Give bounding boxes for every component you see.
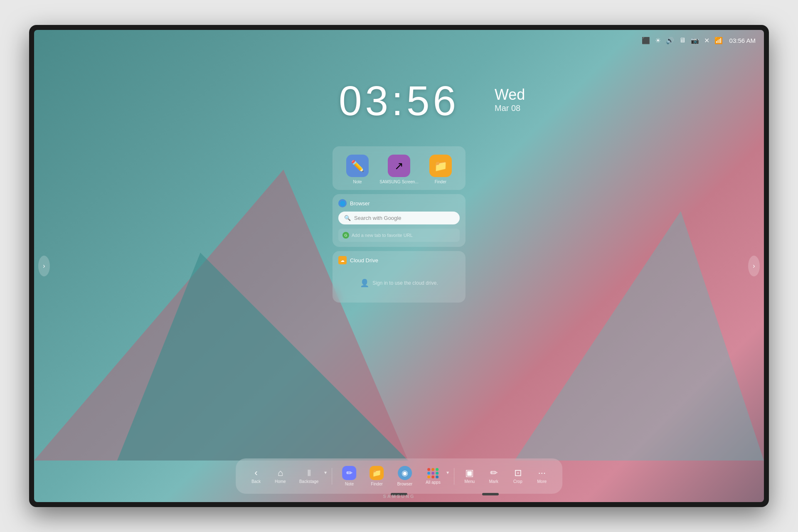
backstage-dropdown-icon[interactable]: ▾ [325,470,327,475]
tv-frame: ⬛ ☀ 🔊 🖥 📷 ✕ 📶 03:56 AM 03:56 Wed Mar 08 … [29,25,769,507]
cloud-header: ☁ Cloud Drive [338,256,460,264]
more-icon: ··· [538,468,546,478]
screen-icon[interactable]: ⬛ [642,37,650,44]
cloud-signin-text: Sign in to use the cloud drive. [372,280,438,286]
taskbar-mark[interactable]: ✏ Mark [483,465,504,487]
google-icon: G [342,232,349,239]
left-arrow[interactable]: › [38,256,50,276]
app-finder[interactable]: 📁 Finder [429,155,452,184]
browser-card: 🌐 Browser 🔍 Search with Google G Add a n… [332,194,466,247]
more-label: More [537,479,547,484]
home-icon: ⌂ [278,468,283,478]
cloud-title: Cloud Drive [350,257,378,264]
finder-label: Finder [435,180,446,184]
mark-label: Mark [489,479,498,484]
wifi-icon[interactable]: 📶 [714,37,723,44]
crop-label: Crop [513,479,522,484]
block-icon[interactable]: ✕ [704,37,709,44]
taskbar-allapps[interactable]: All apps [421,465,446,488]
taskbar-back[interactable]: ‹ Back [246,465,266,487]
menu-icon: ▣ [465,468,474,478]
cloud-signin-area[interactable]: 👤 Sign in to use the cloud drive. [338,268,460,298]
finder-icon-box: 📁 [429,155,452,177]
brightness-icon[interactable]: ☀ [655,37,661,44]
bg-shape2 [515,211,764,461]
cloud-app-icon: ☁ [338,256,347,264]
right-arrow[interactable]: › [748,256,760,276]
taskbar-browser[interactable]: ◉ Browser [392,463,418,490]
user-icon: 👤 [360,278,369,288]
taskbar-crop[interactable]: ⊡ Crop [507,465,528,487]
samsung-screen-icon-box: ↗ [388,155,410,177]
crop-icon: ⊡ [514,468,522,478]
cards-container: ✏️ Note ↗ SAMSUNG Screen... 📁 Finder 🌐 B… [332,146,466,303]
tv-screen: ⬛ ☀ 🔊 🖥 📷 ✕ 📶 03:56 AM 03:56 Wed Mar 08 … [34,30,764,502]
back-label: Back [251,479,261,484]
taskbar-home[interactable]: ⌂ Home [270,465,291,487]
search-placeholder: Search with Google [354,215,454,221]
allapps-dropdown-icon[interactable]: ▾ [446,470,449,475]
taskbar: ‹ Back ⌂ Home ⦀ Backstage ▾ ✏ Note 📁 Fin… [236,458,562,494]
finder-taskbar-icon: 📁 [370,466,384,480]
left-arrow-icon: › [43,262,45,270]
bezel-btn-center2[interactable] [482,493,499,495]
browser-taskbar-label: Browser [397,482,413,486]
menu-label: Menu [464,479,475,484]
clock-date: Mar 08 [495,103,525,113]
note-icon-box: ✏️ [346,155,369,177]
finder-taskbar-label: Finder [371,482,382,486]
taskbar-divider-1 [332,468,332,485]
camera-icon[interactable]: 📷 [691,37,699,44]
browser-taskbar-icon: ◉ [398,466,412,480]
allapps-taskbar-label: All apps [426,480,441,485]
cloud-card: ☁ Cloud Drive 👤 Sign in to use the cloud… [332,251,466,303]
status-bar: ⬛ ☀ 🔊 🖥 📷 ✕ 📶 03:56 AM [34,30,764,51]
samsung-brand: SAMSUNG [383,494,415,499]
browser-url-text: Add a new tab to favorite URL [352,233,413,238]
browser-app-icon: 🌐 [338,199,347,207]
clock-day: Wed [495,86,525,103]
backstage-label: Backstage [299,479,319,484]
taskbar-menu[interactable]: ▣ Menu [459,465,480,487]
note-label: Note [353,180,362,184]
taskbar-finder[interactable]: 📁 Finder [365,463,389,490]
taskbar-divider-2 [454,468,454,485]
backstage-icon: ⦀ [307,468,311,478]
note-taskbar-icon: ✏ [342,466,357,480]
browser-title: Browser [350,200,370,207]
browser-header: 🌐 Browser [338,199,460,207]
note-taskbar-label: Note [345,482,354,486]
clock-date-area: Wed Mar 08 [495,86,525,113]
right-arrow-icon: › [753,262,755,270]
app-shortcuts-card: ✏️ Note ↗ SAMSUNG Screen... 📁 Finder [332,146,466,190]
app-samsung-screen[interactable]: ↗ SAMSUNG Screen... [379,155,418,184]
clock-area: 03:56 [339,80,459,121]
clock-time: 03:56 [339,80,459,121]
display-icon[interactable]: 🖥 [679,37,686,44]
taskbar-backstage[interactable]: ⦀ Backstage [294,465,324,487]
browser-url-area[interactable]: G Add a new tab to favorite URL [338,229,460,242]
search-bar[interactable]: 🔍 Search with Google [338,212,460,224]
home-label: Home [275,479,286,484]
back-icon: ‹ [255,468,258,478]
volume-icon[interactable]: 🔊 [666,37,674,44]
allapps-taskbar-icon [427,468,439,478]
mark-icon: ✏ [490,468,498,478]
samsung-screen-label: SAMSUNG Screen... [379,180,418,184]
taskbar-note[interactable]: ✏ Note [337,463,362,490]
search-glass-icon: 🔍 [344,215,351,221]
app-note[interactable]: ✏️ Note [346,155,369,184]
taskbar-more[interactable]: ··· More [532,465,552,487]
status-time: 03:56 AM [729,37,756,44]
